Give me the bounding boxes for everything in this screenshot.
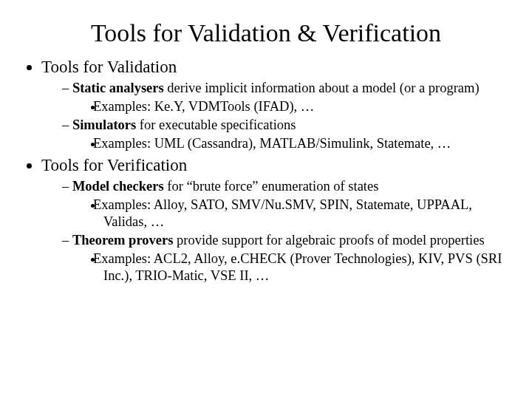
slide-title: Tools for Validation & Verification — [22, 19, 510, 47]
item-simulators: Simulators for executable specifications… — [62, 117, 510, 152]
bullet-list-level3: Examples: UML (Cassandra), MATLAB/Simuli… — [72, 135, 510, 152]
bullet-list-level3: Examples: Ke.Y, VDMTools (IFAD), … — [72, 98, 510, 115]
item-bold: Model checkers — [72, 179, 164, 194]
item-rest: provide support for algebraic proofs of … — [173, 233, 484, 248]
item-bold: Simulators — [72, 117, 136, 132]
item-bold: Static analysers — [72, 81, 164, 95]
item-model-checkers: Model checkers for “brute force” enumera… — [62, 178, 510, 231]
item-static-analysers: Static analysers derive implicit informa… — [62, 80, 510, 115]
section-verification: Tools for Verification Model checkers fo… — [41, 156, 510, 285]
item-rest: for “brute force” enumeration of states — [164, 179, 379, 194]
bullet-list-level1: Tools for Validation Static analysers de… — [22, 58, 510, 284]
section-heading: Tools for Verification — [41, 156, 187, 174]
section-validation: Tools for Validation Static analysers de… — [41, 58, 510, 153]
item-rest: derive implicit information about a mode… — [164, 81, 480, 95]
bullet-list-level2: Model checkers for “brute force” enumera… — [41, 178, 510, 285]
slide: Tools for Validation & Verification Tool… — [0, 0, 532, 399]
bullet-list-level2: Static analysers derive implicit informa… — [41, 80, 510, 153]
examples-line: Examples: Ke.Y, VDMTools (IFAD), … — [103, 98, 510, 115]
bullet-list-level3: Examples: ACL2, Alloy, e.CHECK (Prover T… — [72, 250, 510, 284]
examples-line: Examples: UML (Cassandra), MATLAB/Simuli… — [103, 135, 510, 152]
bullet-list-level3: Examples: Alloy, SATO, SMV/Nu.SMV, SPIN,… — [72, 197, 510, 231]
section-heading: Tools for Validation — [41, 58, 177, 76]
examples-line: Examples: Alloy, SATO, SMV/Nu.SMV, SPIN,… — [103, 197, 510, 231]
examples-line: Examples: ACL2, Alloy, e.CHECK (Prover T… — [103, 250, 510, 284]
item-rest: for executable specifications — [136, 117, 296, 132]
item-bold: Theorem provers — [72, 233, 174, 248]
item-theorem-provers: Theorem provers provide support for alge… — [62, 232, 510, 284]
